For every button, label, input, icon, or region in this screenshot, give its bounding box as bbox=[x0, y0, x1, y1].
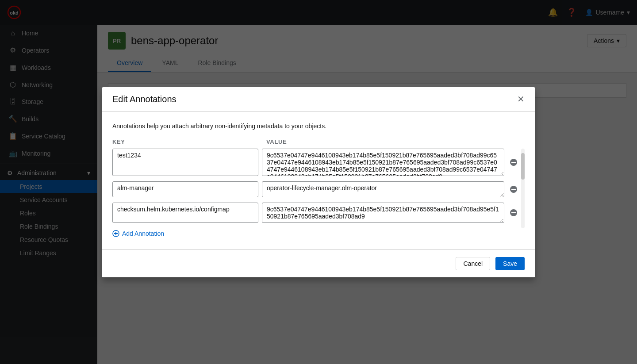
annotation-key-input-0[interactable]: test1234 bbox=[112, 149, 258, 176]
modal-description: Annotations help you attach arbitrary no… bbox=[112, 123, 525, 130]
minus-circle-icon bbox=[510, 158, 518, 166]
svg-rect-3 bbox=[511, 162, 516, 163]
annotation-key-input-1[interactable]: alm-manager bbox=[112, 181, 258, 197]
svg-rect-7 bbox=[511, 212, 516, 213]
modal-close-button[interactable]: ✕ bbox=[517, 95, 525, 103]
annotation-value-input-1[interactable]: operator-lifecycle-manager.olm-operator bbox=[262, 181, 504, 197]
scroll-thumb bbox=[521, 153, 525, 180]
annotation-value-input-0[interactable]: 9c6537e04747e9446108943eb174b85e5f150921… bbox=[262, 149, 504, 176]
annotations-list: test1234 9c6537e04747e9446108943eb174b85… bbox=[112, 149, 519, 228]
annotation-row: checksum.helm.kubernetes.io/configmap 9c… bbox=[112, 203, 519, 223]
scroll-track bbox=[521, 149, 525, 228]
col-header-value: VALUE bbox=[263, 138, 525, 145]
add-annotation-label: Add Annotation bbox=[122, 230, 164, 237]
modal-footer: Cancel Save bbox=[102, 249, 535, 277]
modal-body: Annotations help you attach arbitrary no… bbox=[102, 112, 535, 249]
annotation-key-input-2[interactable]: checksum.helm.kubernetes.io/configmap bbox=[112, 203, 258, 223]
modal-overlay: Edit Annotations ✕ Annotations help you … bbox=[0, 0, 637, 364]
cancel-button[interactable]: Cancel bbox=[456, 257, 490, 270]
remove-annotation-button-1[interactable] bbox=[508, 184, 519, 195]
minus-circle-icon bbox=[510, 209, 518, 217]
save-button[interactable]: Save bbox=[495, 257, 525, 270]
plus-circle-icon bbox=[112, 230, 119, 237]
edit-annotations-modal: Edit Annotations ✕ Annotations help you … bbox=[102, 87, 535, 277]
annotations-scroll-wrapper: test1234 9c6537e04747e9446108943eb174b85… bbox=[112, 149, 525, 228]
svg-rect-5 bbox=[511, 189, 516, 190]
add-annotation-button[interactable]: Add Annotation bbox=[112, 228, 164, 239]
col-header-key: KEY bbox=[112, 138, 263, 145]
annotation-row: alm-manager operator-lifecycle-manager.o… bbox=[112, 181, 519, 197]
scroll-indicator bbox=[521, 149, 525, 228]
modal-header: Edit Annotations ✕ bbox=[102, 87, 535, 112]
minus-circle-icon bbox=[510, 185, 518, 193]
modal-title: Edit Annotations bbox=[112, 94, 177, 104]
remove-annotation-button-2[interactable] bbox=[508, 207, 519, 218]
remove-annotation-button-0[interactable] bbox=[508, 157, 519, 168]
annotation-value-input-2[interactable]: 9c6537e04747e9446108943eb174b85e5f150921… bbox=[262, 203, 504, 223]
svg-rect-10 bbox=[114, 233, 118, 234]
annotations-columns: KEY VALUE bbox=[112, 138, 525, 145]
annotation-row: test1234 9c6537e04747e9446108943eb174b85… bbox=[112, 149, 519, 176]
